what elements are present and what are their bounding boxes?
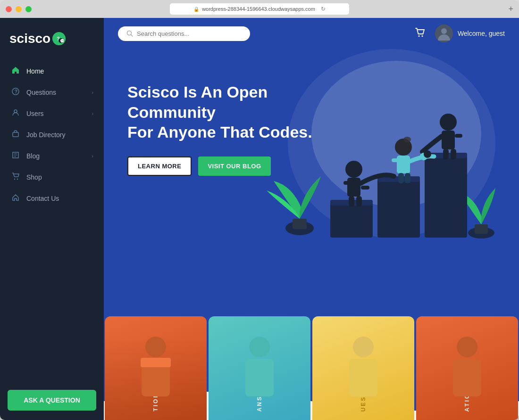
maximize-button[interactable] — [25, 6, 32, 12]
svg-rect-40 — [442, 131, 455, 149]
hero-buttons: LEARN MORE VISIT OUR BLOG — [127, 156, 326, 176]
cards-section: TION ANSWERS — [104, 316, 519, 420]
job-directory-icon — [10, 130, 21, 139]
visit-blog-button[interactable]: VISIT OUR BLOG — [198, 156, 270, 176]
svg-rect-50 — [245, 359, 274, 396]
url-text: wordpress-288344-1596643.cloudwaysapps.c… — [202, 6, 315, 12]
minimize-button[interactable] — [16, 6, 22, 12]
svg-rect-28 — [347, 178, 360, 197]
svg-point-39 — [440, 114, 457, 131]
avatar — [435, 25, 453, 42]
svg-rect-25 — [425, 153, 467, 238]
logo-icon: ? 💬 — [52, 32, 66, 45]
svg-rect-29 — [343, 181, 351, 185]
svg-point-12 — [421, 35, 423, 37]
svg-point-49 — [249, 337, 270, 357]
users-icon — [10, 109, 21, 118]
svg-rect-52 — [349, 359, 377, 396]
svg-point-46 — [145, 337, 166, 357]
sidebar-item-home[interactable]: Home — [0, 60, 104, 82]
svg-rect-18 — [293, 219, 307, 229]
svg-text:?: ? — [15, 89, 18, 94]
close-button[interactable] — [6, 6, 12, 12]
header-right: Welcome, guest — [415, 25, 505, 42]
titlebar: 🔒 wordpress-288344-1596643.cloudwaysapps… — [0, 0, 519, 18]
svg-rect-20 — [475, 224, 488, 234]
card-2[interactable]: ANSWERS — [209, 316, 310, 420]
learn-more-button[interactable]: LEARN MORE — [127, 156, 192, 176]
hero-text: Scisco Is An Open Community For Anyone T… — [127, 82, 326, 176]
svg-point-45 — [424, 150, 431, 158]
svg-rect-41 — [455, 134, 462, 138]
svg-point-34 — [403, 137, 411, 142]
sidebar-item-users[interactable]: Users › — [0, 103, 104, 124]
svg-point-14 — [441, 28, 447, 34]
sidebar-item-users-label: Users — [26, 110, 44, 117]
sidebar-item-questions[interactable]: ? Questions › — [0, 82, 104, 103]
sidebar-item-contact-us-label: Contact Us — [26, 195, 59, 202]
hero-title-line1: Scisco Is An Open Community — [127, 82, 326, 122]
sidebar-item-blog[interactable]: Blog › — [0, 145, 104, 166]
home-icon — [10, 66, 21, 75]
card-1[interactable]: TION — [105, 316, 207, 420]
search-icon — [126, 30, 133, 37]
svg-rect-23 — [377, 176, 420, 238]
svg-point-27 — [345, 161, 362, 178]
svg-point-51 — [353, 337, 374, 357]
svg-rect-43 — [451, 149, 456, 159]
svg-point-8 — [14, 179, 15, 180]
card-3[interactable]: UESTIONS — [312, 316, 414, 420]
main-content: Welcome, guest Scisco Is An Open Communi… — [104, 18, 519, 420]
search-input[interactable] — [137, 30, 241, 37]
svg-point-6 — [14, 110, 17, 113]
welcome-text: Welcome, guest — [458, 30, 505, 37]
lock-icon: 🔒 — [193, 7, 199, 12]
sidebar-nav: Home ? Questions › — [0, 60, 104, 382]
logo-area: scisco ? 💬 — [0, 18, 104, 60]
chevron-icon: › — [92, 90, 93, 95]
new-tab-button[interactable]: + — [508, 4, 513, 14]
svg-rect-35 — [397, 156, 410, 173]
svg-rect-37 — [398, 173, 404, 183]
shop-icon — [10, 173, 21, 181]
hero-title-line2: For Anyone That Codes. — [127, 122, 326, 142]
blog-icon — [10, 151, 21, 160]
sidebar: scisco ? 💬 — [0, 18, 104, 420]
svg-rect-54 — [453, 359, 481, 396]
svg-rect-32 — [356, 196, 362, 206]
svg-rect-42 — [443, 149, 449, 159]
cart-icon[interactable] — [415, 28, 426, 40]
sidebar-item-home-label: Home — [26, 67, 44, 75]
svg-point-9 — [17, 179, 18, 180]
sidebar-item-contact-us[interactable]: Contact Us — [0, 188, 104, 209]
svg-rect-31 — [349, 196, 354, 206]
window-controls — [6, 6, 32, 12]
user-area[interactable]: Welcome, guest — [435, 25, 505, 42]
chevron-icon: › — [92, 153, 93, 159]
ask-question-button[interactable]: ASK A QUESTION — [8, 390, 96, 411]
sidebar-item-job-directory-label: Job Directory — [26, 131, 65, 139]
svg-rect-36 — [392, 158, 399, 162]
address-bar[interactable]: 🔒 wordpress-288344-1596643.cloudwaysapps… — [170, 3, 349, 15]
svg-text:💬: 💬 — [60, 38, 64, 43]
svg-rect-7 — [13, 132, 18, 137]
contact-icon — [10, 194, 21, 203]
card-4[interactable]: ATION — [416, 316, 518, 420]
header: Welcome, guest — [104, 18, 519, 49]
sidebar-item-blog-label: Blog — [26, 152, 40, 160]
svg-point-11 — [418, 35, 419, 37]
svg-rect-48 — [141, 358, 171, 367]
sidebar-item-shop-label: Shop — [26, 173, 42, 181]
svg-point-53 — [457, 337, 477, 357]
questions-icon: ? — [10, 88, 21, 97]
sidebar-item-shop[interactable]: Shop — [0, 166, 104, 188]
logo: scisco ? 💬 — [9, 31, 94, 46]
refresh-icon[interactable]: ↻ — [321, 6, 326, 12]
search-bar[interactable] — [118, 26, 250, 41]
sidebar-item-job-directory[interactable]: Job Directory — [0, 124, 104, 145]
svg-rect-30 — [361, 186, 369, 189]
logo-text: scisco — [9, 31, 50, 46]
chevron-icon: › — [92, 111, 93, 116]
svg-rect-38 — [405, 173, 410, 183]
sidebar-item-questions-label: Questions — [26, 89, 56, 96]
